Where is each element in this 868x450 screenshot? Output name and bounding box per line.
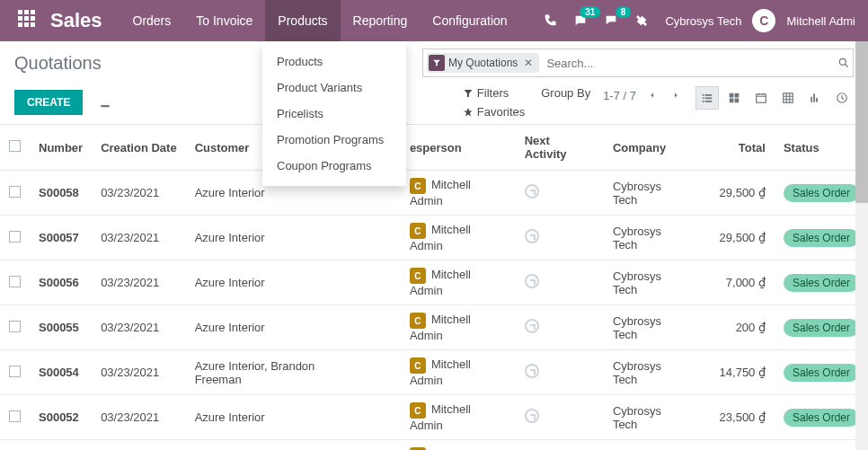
avatar-icon: C [410, 223, 426, 239]
table-row[interactable]: S0005803/23/2021Azure InteriorCMitchell … [0, 171, 868, 216]
status-badge: Sales Order [784, 364, 859, 382]
search-facet: My Quotations ✕ [427, 53, 539, 73]
view-kanban[interactable] [722, 86, 746, 110]
avatar[interactable]: C [752, 9, 775, 32]
dropdown-item-promotion[interactable]: Promotion Programs [262, 127, 406, 153]
clock-icon [525, 364, 539, 378]
apps-icon[interactable] [18, 10, 40, 31]
row-checkbox[interactable] [9, 276, 21, 287]
table-row[interactable]: S0005203/23/2021Azure InteriorCMitchell … [0, 395, 868, 440]
avatar-icon: C [410, 313, 426, 329]
cell-status: Sales Order [775, 171, 868, 216]
nav-orders[interactable]: Orders [120, 0, 184, 41]
clock-icon [525, 184, 539, 199]
search-icon[interactable] [835, 57, 853, 69]
pager-next[interactable] [669, 86, 683, 104]
cell-activity[interactable] [516, 350, 604, 395]
user-menu[interactable]: Mitchell Admi [786, 14, 855, 28]
cell-company: Cybrosys Tech [604, 440, 698, 451]
cell-company: Cybrosys Tech [604, 305, 698, 350]
cell-company: Cybrosys Tech [604, 350, 698, 395]
col-creation[interactable]: Creation Date [92, 125, 186, 171]
cell-total: 200 ₫ [698, 305, 775, 350]
topbar: Sales Orders To Invoice Products Reporti… [0, 0, 868, 41]
row-checkbox[interactable] [9, 321, 21, 332]
nav-products[interactable]: Products [265, 0, 340, 41]
cell-salesperson: CMitchell Admin [374, 216, 516, 260]
nav-to-invoice[interactable]: To Invoice [183, 0, 265, 41]
clock-icon [525, 409, 539, 423]
import-icon[interactable] [99, 96, 111, 109]
company-switcher[interactable]: Cybrosys Tech [665, 14, 741, 28]
cell-customer: Azure Interior [186, 305, 374, 350]
dropdown-item-variants[interactable]: Product Variants [262, 75, 406, 101]
search-input[interactable] [539, 57, 835, 70]
tools-icon[interactable] [629, 8, 654, 33]
pager-prev[interactable] [645, 86, 660, 104]
cell-activity[interactable] [516, 440, 604, 451]
select-all-checkbox[interactable] [9, 140, 21, 152]
cell-activity[interactable] [516, 171, 604, 216]
cell-salesperson: CMitchell Admin [374, 260, 516, 305]
view-graph[interactable] [803, 86, 827, 110]
cell-number: S00057 [30, 216, 92, 260]
table-row[interactable]: S0005503/23/2021Azure InteriorCMitchell … [0, 305, 868, 350]
phone-icon[interactable] [537, 8, 562, 33]
avatar-icon: C [410, 357, 426, 374]
col-total[interactable]: Total [698, 125, 775, 171]
chat-icon[interactable]: 8 [598, 8, 624, 33]
row-checkbox[interactable] [9, 231, 21, 243]
dropdown-item-coupon[interactable]: Coupon Programs [262, 153, 406, 179]
facet-remove[interactable]: ✕ [521, 57, 536, 69]
view-list[interactable] [695, 86, 719, 110]
view-calendar[interactable] [749, 86, 773, 110]
quotations-table: Number Creation Date Customer esperson N… [0, 125, 868, 450]
scrollbar-track[interactable] [855, 41, 868, 450]
row-checkbox[interactable] [9, 186, 21, 198]
cell-activity[interactable] [516, 260, 604, 305]
view-activity[interactable] [830, 86, 854, 110]
cell-date: 03/23/2021 [92, 216, 186, 260]
cell-salesperson: CMitchell Admin [374, 440, 516, 451]
cell-total: 23,500 ₫ [698, 395, 775, 440]
cell-status: Sales Order [775, 395, 868, 440]
col-activity[interactable]: Next Activity [516, 125, 604, 171]
table-row[interactable]: S0005703/23/2021Azure InteriorCMitchell … [0, 216, 868, 260]
clock-icon [525, 319, 539, 333]
filters-button[interactable]: Filters [463, 86, 509, 100]
funnel-icon [429, 55, 445, 71]
row-checkbox[interactable] [9, 366, 21, 377]
table-row[interactable]: S0005303/23/2021Deco AddictCMitchell Adm… [0, 440, 868, 451]
cell-status: Sales Order [775, 216, 868, 260]
view-pivot[interactable] [776, 86, 800, 110]
col-number[interactable]: Number [30, 125, 92, 171]
svg-rect-2 [784, 93, 793, 103]
app-brand[interactable]: Sales [50, 9, 102, 32]
cell-date: 03/23/2021 [92, 395, 186, 440]
dropdown-item-pricelists[interactable]: Pricelists [262, 101, 406, 127]
cell-date: 03/23/2021 [92, 305, 186, 350]
scrollbar-thumb[interactable] [855, 41, 868, 203]
favorites-button[interactable]: Favorites [463, 105, 525, 119]
cell-salesperson: CMitchell Admin [374, 395, 516, 440]
cell-number: S00055 [30, 305, 92, 350]
cell-company: Cybrosys Tech [604, 395, 698, 440]
dropdown-item-products[interactable]: Products [262, 49, 406, 75]
row-checkbox[interactable] [9, 410, 21, 422]
nav-configuration[interactable]: Configuration [420, 0, 519, 41]
table-row[interactable]: S0005403/23/2021Azure Interior, Brandon … [0, 350, 868, 395]
create-button[interactable]: CREATE [14, 90, 83, 115]
groupby-button[interactable]: Group By [527, 86, 590, 100]
status-badge: Sales Order [784, 319, 859, 337]
cell-activity[interactable] [516, 305, 604, 350]
col-company[interactable]: Company [604, 125, 698, 171]
cell-activity[interactable] [516, 395, 604, 440]
messages-icon[interactable]: 31 [568, 8, 593, 33]
col-status[interactable]: Status [775, 125, 868, 171]
table-row[interactable]: S0005603/23/2021Azure InteriorCMitchell … [0, 260, 868, 305]
svg-point-0 [839, 58, 846, 65]
nav-reporting[interactable]: Reporting [341, 0, 421, 41]
search-bar[interactable]: My Quotations ✕ [422, 49, 854, 77]
cell-activity[interactable] [516, 216, 604, 260]
status-badge: Sales Order [784, 184, 859, 202]
